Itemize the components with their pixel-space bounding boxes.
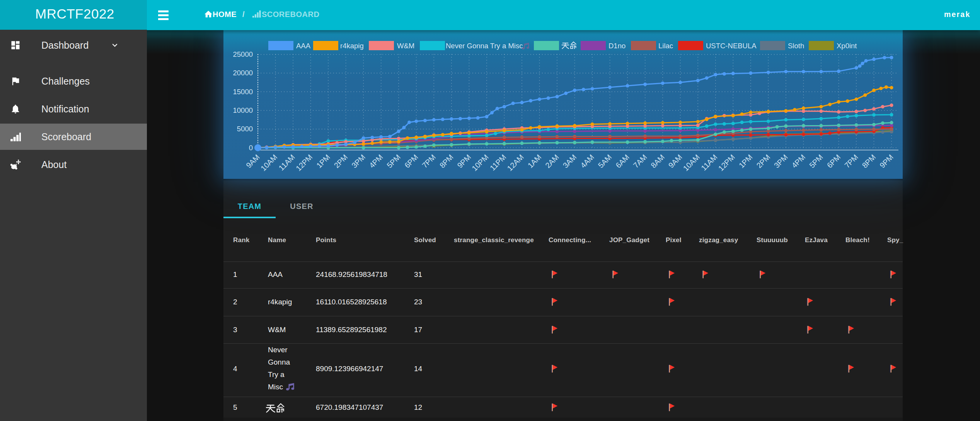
- svg-text:9PM: 9PM: [878, 153, 895, 170]
- svg-text:9PM: 9PM: [455, 153, 472, 170]
- svg-text:AAA: AAA: [296, 42, 311, 50]
- svg-text:D1no: D1no: [608, 42, 625, 50]
- svg-text:10000: 10000: [233, 106, 253, 114]
- svg-text:r4kapig: r4kapig: [340, 42, 364, 50]
- svg-text:10AM: 10AM: [259, 153, 279, 173]
- svg-text:20000: 20000: [233, 69, 253, 77]
- svg-text:10AM: 10AM: [681, 153, 701, 173]
- svg-text:4PM: 4PM: [790, 153, 807, 170]
- svg-text:Never Gonna Try a Misc: Never Gonna Try a Misc: [446, 42, 523, 50]
- svg-text:1PM: 1PM: [315, 153, 332, 170]
- svg-text:5PM: 5PM: [385, 153, 402, 170]
- svg-text:8PM: 8PM: [438, 153, 455, 170]
- svg-text:9AM: 9AM: [667, 153, 684, 170]
- svg-text:7AM: 7AM: [632, 153, 649, 170]
- svg-text:8AM: 8AM: [649, 153, 666, 170]
- svg-text:W&M: W&M: [397, 42, 414, 50]
- svg-text:Sloth: Sloth: [788, 42, 804, 50]
- svg-text:25000: 25000: [233, 50, 253, 58]
- svg-text:12AM: 12AM: [505, 153, 525, 173]
- svg-text:3PM: 3PM: [350, 153, 367, 170]
- svg-text:5AM: 5AM: [597, 153, 614, 170]
- svg-text:1AM: 1AM: [526, 153, 543, 170]
- svg-text:6PM: 6PM: [825, 153, 842, 170]
- svg-text:5000: 5000: [237, 125, 253, 133]
- svg-text:11AM: 11AM: [699, 153, 719, 172]
- svg-text:Xp0int: Xp0int: [837, 42, 857, 50]
- svg-text:11PM: 11PM: [488, 153, 508, 172]
- svg-text:6AM: 6AM: [614, 153, 631, 170]
- svg-text:11AM: 11AM: [277, 153, 297, 172]
- svg-text:5PM: 5PM: [808, 153, 825, 170]
- svg-text:4AM: 4AM: [579, 153, 596, 170]
- svg-text:6PM: 6PM: [403, 153, 420, 170]
- svg-text:3PM: 3PM: [772, 153, 789, 170]
- svg-text:7PM: 7PM: [420, 153, 437, 170]
- svg-text:1PM: 1PM: [737, 153, 754, 170]
- svg-text:8PM: 8PM: [860, 153, 877, 170]
- svg-text:3AM: 3AM: [561, 153, 578, 170]
- svg-text:4PM: 4PM: [368, 153, 385, 170]
- svg-text:7PM: 7PM: [843, 153, 860, 170]
- svg-text:12PM: 12PM: [717, 153, 737, 173]
- svg-text:0: 0: [249, 144, 253, 152]
- svg-text:2AM: 2AM: [544, 153, 561, 170]
- svg-text:2PM: 2PM: [755, 153, 772, 170]
- svg-text:2PM: 2PM: [332, 153, 349, 170]
- svg-text:Lilac: Lilac: [658, 42, 673, 50]
- svg-text:9AM: 9AM: [244, 153, 261, 170]
- svg-text:USTC-NEBULA: USTC-NEBULA: [706, 42, 757, 50]
- svg-text:15000: 15000: [233, 88, 253, 96]
- svg-text:10PM: 10PM: [470, 153, 490, 173]
- svg-text:12PM: 12PM: [294, 153, 314, 173]
